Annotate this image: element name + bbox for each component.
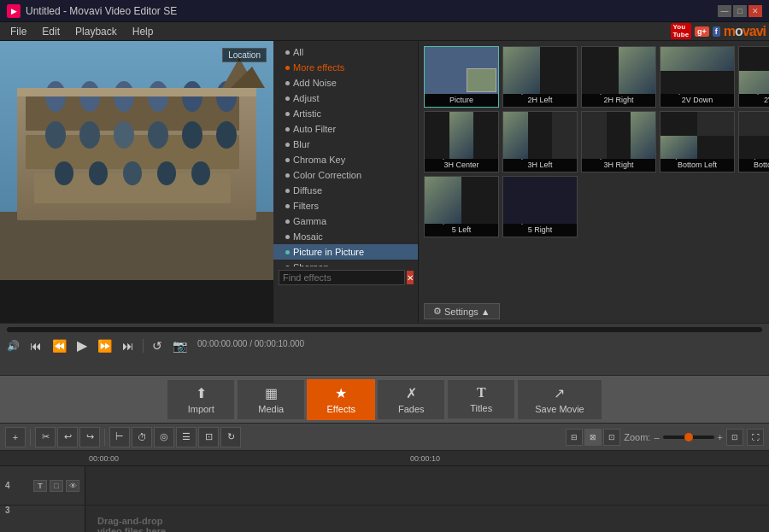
track-number: 3 [5,506,10,515]
category-filters[interactable]: Filters [273,198,418,213]
bullet-icon [285,81,290,85]
bullet-icon [285,173,290,178]
brand-area: YouTube g+ f movavi [671,23,766,40]
go-end-button[interactable]: ⏭ [120,337,136,354]
tab-save-movie[interactable]: ↗ Save Movie [517,379,602,420]
track-media-icon[interactable]: □ [50,480,63,492]
effect-split-2v-down[interactable]: Split Screen –2V Down [660,46,735,108]
tab-import[interactable]: ⬆ Import [167,379,235,420]
tab-media[interactable]: ▦ Media [237,379,305,420]
go-start-button[interactable]: ⏮ [28,337,44,354]
bullet-icon [285,143,290,147]
search-input[interactable] [279,270,405,285]
category-sharpen[interactable]: Sharpen [273,260,418,266]
window-controls: — □ ✕ [718,5,762,17]
category-picture-in-picture[interactable]: Picture in Picture [273,244,418,260]
bullet-icon [285,250,290,254]
split-s [607,112,631,159]
category-all[interactable]: All [273,44,418,60]
view-mode-1[interactable]: ⊟ [566,429,583,446]
category-color-correction[interactable]: Color Correction [273,167,418,183]
timeline-toolbar: + ✂ ↩ ↪ ⊢ ⏱ ◎ ☰ ⊡ ↻ ⊟ ⊠ ⊡ Zoom: – + ⊡ ⛶ [0,424,769,451]
effect-preview-img [425,177,498,224]
category-diffuse[interactable]: Diffuse [273,183,418,198]
tab-effects[interactable]: ★ Effects [307,379,375,420]
settings-chevron-icon: ▲ [481,307,490,317]
search-clear-button[interactable]: ✕ [407,271,414,284]
category-blur[interactable]: Blur [273,137,418,152]
effect-split-4-bottom-left[interactable]: Split Screen – 4Bottom Left [660,111,735,172]
undo-button[interactable]: ↩ [57,427,78,447]
split-preview [425,112,498,159]
effect-split-3h-left[interactable]: Split Screen –3H Left [502,111,578,172]
svg-point-11 [45,121,66,149]
effect-split-2v-top[interactable]: Split Screen –2V Top [738,46,769,108]
split-half [425,177,461,224]
split-preview [503,112,577,159]
cut-button[interactable]: ✂ [35,427,56,447]
fit-button[interactable]: ⊡ [726,429,743,446]
step-back-button[interactable]: ⏪ [50,337,68,354]
category-chroma-key[interactable]: Chroma Key [273,152,418,167]
play-button[interactable]: ▶ [75,336,89,355]
tab-fades[interactable]: ✗ Fades [377,379,445,420]
category-mosaic[interactable]: Mosaic [273,229,418,244]
speed-button[interactable]: ⏱ [132,427,152,447]
category-add-noise[interactable]: Add Noise [273,75,418,91]
menu-help[interactable]: Help [126,24,161,39]
svg-point-18 [55,161,73,185]
settings-button[interactable]: ⚙ Settings ▲ [424,303,500,319]
effect-split-2h-left[interactable]: Split Screen –2H Left [502,46,578,108]
tab-titles[interactable]: T Titles [447,379,515,419]
denoise-button[interactable]: ☰ [176,427,197,447]
view-mode-2[interactable]: ⊠ [584,429,602,446]
redo-button[interactable]: ↪ [79,427,100,447]
effect-split-3h-center[interactable]: Split Screen –3H Center [424,111,499,172]
split-button[interactable]: ⊢ [109,427,130,447]
step-forward-button[interactable]: ⏩ [96,337,114,354]
category-adjust[interactable]: Adjust [273,91,418,106]
crop-button[interactable]: ⊡ [198,427,219,447]
fades-icon: ✗ [406,385,417,401]
category-artistic[interactable]: Artistic [273,106,418,121]
window-title: Untitled - Movavi Video Editor SE [26,5,713,17]
category-more-effects[interactable]: More effects [273,60,418,75]
stabilize-button[interactable]: ◎ [154,427,174,447]
zoom-slider[interactable] [663,436,714,439]
effect-split-2h-right[interactable]: Split Screen –2H Right [581,46,656,108]
effect-split-5-right[interactable]: Split Screen –5 Right [502,176,578,237]
add-button[interactable]: + [5,427,26,447]
snapshot-button[interactable]: 📷 [171,337,189,354]
menu-file[interactable]: File [3,24,33,39]
menu-playback[interactable]: Playback [68,24,124,39]
effect-preview-img [503,112,577,159]
effect-split-4-bottom-right[interactable]: Split Screen – 4Bottom Right [738,111,769,172]
split-preview [739,47,769,94]
category-gamma[interactable]: Gamma [273,213,418,229]
bottom-tabs: ⬆ Import ▦ Media ★ Effects ✗ Fades T Tit… [0,376,769,424]
movavi-logo: movavi [724,24,766,39]
loop-button[interactable]: ↺ [150,337,164,354]
effect-split-3h-right[interactable]: Split Screen –3H Right [581,111,656,172]
maximize-button[interactable]: □ [733,5,747,17]
fullscreen-button[interactable]: ⛶ [747,429,764,446]
effects-row: Split Screen –5 Left Split Screen –5 Rig… [424,176,769,237]
googleplus-icon: g+ [695,26,709,37]
track-text-icon[interactable]: T [33,480,47,492]
ruler-tick-1: 00:00:10 [410,454,440,463]
zoom-thumb[interactable] [684,433,693,441]
progress-bar[interactable] [7,327,762,332]
svg-rect-1 [0,212,273,280]
close-button[interactable]: ✕ [748,5,762,17]
category-auto-filter[interactable]: Auto Filter [273,121,418,137]
split-preview [739,112,769,159]
rotate-button[interactable]: ↻ [220,427,241,447]
menu-edit[interactable]: Edit [35,24,67,39]
current-time: 00:00:00.000 [197,339,247,348]
effect-picture-in-picture[interactable]: Picture inPicture [424,46,499,108]
effect-split-5-left[interactable]: Split Screen –5 Left [424,176,499,237]
minimize-button[interactable]: — [718,5,731,17]
track-eye-icon[interactable]: 👁 [66,480,79,492]
bullet-icon [285,219,290,224]
view-mode-3[interactable]: ⊡ [603,429,620,446]
